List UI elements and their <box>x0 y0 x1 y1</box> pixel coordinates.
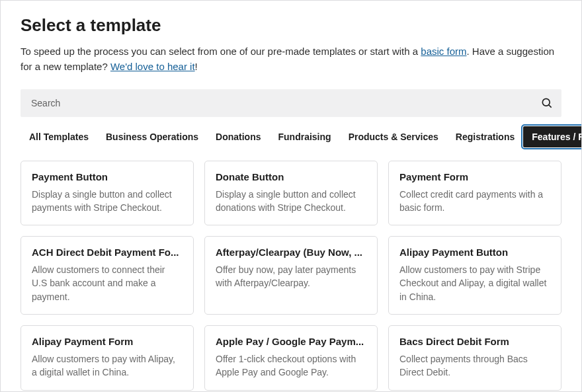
feedback-link[interactable]: We'd love to hear it <box>110 61 195 72</box>
template-card-donate-button[interactable]: Donate Button Display a single button an… <box>204 161 378 226</box>
page-title: Select a template <box>21 15 561 36</box>
category-tabs: All Templates Business Operations Donati… <box>21 126 561 147</box>
template-card-alipay-button[interactable]: Alipay Payment Button Allow customers to… <box>388 236 561 315</box>
template-desc: Display a single button and collect dona… <box>216 188 366 215</box>
template-title: ACH Direct Debit Payment Fo... <box>32 247 183 258</box>
tab-all-templates[interactable]: All Templates <box>21 126 97 147</box>
template-desc: Allow customers to connect their U.S ban… <box>32 263 183 303</box>
intro-part-1: To speed up the process you can select f… <box>21 46 421 57</box>
template-desc: Allow customers to pay with Alipay, a di… <box>32 352 183 379</box>
template-card-payment-button[interactable]: Payment Button Display a single button a… <box>21 161 194 226</box>
template-picker-panel: Select a template To speed up the proces… <box>0 0 582 392</box>
template-grid: Payment Button Display a single button a… <box>21 161 561 391</box>
template-card-bacs-direct-debit[interactable]: Bacs Direct Debit Form Collect payments … <box>388 325 561 391</box>
intro-text: To speed up the process you can select f… <box>21 44 561 75</box>
tab-products-services[interactable]: Products & Services <box>340 126 447 147</box>
search-input[interactable] <box>21 89 561 117</box>
template-desc: Allow customers to pay with Stripe Check… <box>399 263 550 303</box>
template-desc: Offer buy now, pay later payments with A… <box>216 263 366 290</box>
tab-business-operations[interactable]: Business Operations <box>97 126 207 147</box>
tab-donations[interactable]: Donations <box>207 126 269 147</box>
template-title: Alipay Payment Button <box>399 247 550 258</box>
template-title: Apple Pay / Google Pay Paym... <box>216 336 366 347</box>
intro-part-3: ! <box>195 61 198 72</box>
template-desc: Collect payments through Bacs Direct Deb… <box>399 352 550 379</box>
search-bar <box>21 89 561 117</box>
template-card-payment-form[interactable]: Payment Form Collect credit card payment… <box>388 161 561 226</box>
template-card-alipay-form[interactable]: Alipay Payment Form Allow customers to p… <box>21 325 194 391</box>
template-title: Donate Button <box>216 171 366 182</box>
template-desc: Collect credit card payments with a basi… <box>399 188 550 215</box>
template-title: Alipay Payment Form <box>32 336 183 347</box>
template-desc: Display a single button and collect paym… <box>32 188 183 215</box>
tab-features-functionality[interactable]: Features / Functionality <box>523 126 582 147</box>
tab-registrations[interactable]: Registrations <box>447 126 523 147</box>
template-card-afterpay-clearpay[interactable]: Afterpay/Clearpay (Buy Now, ... Offer bu… <box>204 236 378 315</box>
tab-fundraising[interactable]: Fundraising <box>270 126 340 147</box>
template-title: Afterpay/Clearpay (Buy Now, ... <box>216 247 366 258</box>
template-title: Payment Button <box>32 171 183 182</box>
template-title: Bacs Direct Debit Form <box>399 336 550 347</box>
template-title: Payment Form <box>399 171 550 182</box>
template-card-ach-direct-debit[interactable]: ACH Direct Debit Payment Fo... Allow cus… <box>21 236 194 315</box>
template-desc: Offer 1-click checkout options with Appl… <box>216 352 366 379</box>
basic-form-link[interactable]: basic form <box>421 46 466 57</box>
template-card-apple-google-pay[interactable]: Apple Pay / Google Pay Paym... Offer 1-c… <box>204 325 378 391</box>
